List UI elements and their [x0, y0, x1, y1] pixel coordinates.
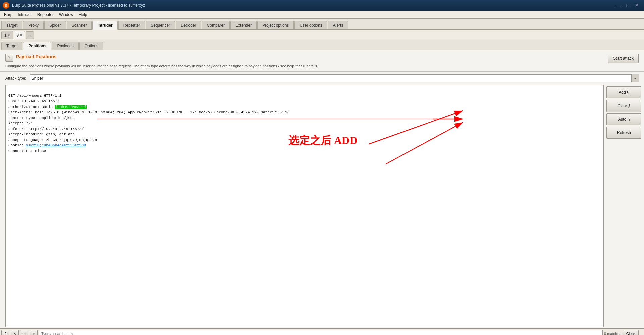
- search-bar: ? < + > 0 matches Clear: [0, 328, 644, 335]
- request-line-9: Accept-Language: zh-CN,zh;q=0.9,en;q=0.8: [8, 138, 97, 142]
- tab-project-options[interactable]: Project options: [257, 21, 294, 29]
- tab-decoder[interactable]: Decoder: [176, 21, 201, 29]
- search-help-button[interactable]: ?: [1, 330, 9, 335]
- search-prev-button[interactable]: <: [11, 330, 19, 335]
- inner-tab-options[interactable]: Options: [79, 42, 103, 50]
- attack-type-select-wrapper: Sniper Battering ram Pitchfork Cluster b…: [30, 74, 639, 82]
- menu-burp[interactable]: Burp: [1, 12, 15, 18]
- minimize-button[interactable]: —: [614, 2, 623, 9]
- start-attack-container: Start attack: [608, 54, 639, 63]
- attack-type-label: Attack type:: [5, 76, 26, 81]
- panel-help-button[interactable]: ?: [5, 54, 13, 62]
- menu-bar: Burp Intruder Repeater Window Help: [0, 11, 644, 19]
- main-tab-bar: Target Proxy Spider Scanner Intruder Rep…: [0, 19, 644, 30]
- request-line-5: content-type: application/json: [8, 116, 75, 120]
- payload-marker: §eHh4Onh4eA==§: [55, 105, 87, 109]
- tab-intruder[interactable]: Intruder: [92, 21, 117, 30]
- attack-type-select[interactable]: Sniper Battering ram Pitchfork Cluster b…: [30, 74, 639, 82]
- panel-description: Configure the positions where payloads w…: [5, 64, 318, 69]
- request-line-3: authorization: Basic §eHh4Onh4eA==§: [8, 105, 87, 109]
- tab-alerts[interactable]: Alerts: [328, 21, 348, 29]
- intruder-sub-tab-bar: 1 × 3 × ...: [0, 30, 644, 40]
- right-buttons-panel: Add § Clear § Auto § Refresh: [604, 85, 644, 327]
- search-add-button[interactable]: +: [20, 330, 28, 335]
- menu-intruder[interactable]: Intruder: [15, 12, 34, 18]
- request-text-panel: GET /api/whoami HTTP/1.1 Host: 10.249.2.…: [5, 85, 604, 327]
- inner-tab-bar: Target Positions Payloads Options: [0, 40, 644, 50]
- menu-window[interactable]: Window: [56, 12, 76, 18]
- tab-spider[interactable]: Spider: [44, 21, 66, 29]
- panel-title: Payload Positions: [16, 54, 57, 59]
- request-line-8: Accept-Encoding: gzip, deflate: [8, 132, 75, 136]
- tab-extender[interactable]: Extender: [230, 21, 257, 29]
- tab-comparer[interactable]: Comparer: [202, 21, 230, 29]
- tab-sequencer[interactable]: Sequencer: [146, 21, 175, 29]
- menu-help[interactable]: Help: [76, 12, 90, 18]
- add-payload-button[interactable]: Add §: [606, 86, 641, 98]
- panel-header: ? Payload Positions Configure the positi…: [0, 50, 644, 72]
- main-split: GET /api/whoami HTTP/1.1 Host: 10.249.2.…: [0, 85, 644, 327]
- sub-tab-1[interactable]: 1 ×: [1, 31, 13, 39]
- content-area: ? Payload Positions Configure the positi…: [0, 50, 644, 335]
- request-text[interactable]: GET /api/whoami HTTP/1.1 Host: 10.249.2.…: [6, 85, 603, 327]
- request-line-7: Referer: http://10.249.2.45:15672/: [8, 127, 84, 131]
- tab-proxy[interactable]: Proxy: [23, 21, 44, 29]
- title-bar: B Burp Suite Professional v1.7.37 - Temp…: [0, 0, 644, 11]
- request-text-wrapper[interactable]: GET /api/whoami HTTP/1.1 Host: 10.249.2.…: [6, 85, 603, 327]
- close-button[interactable]: ✕: [633, 2, 641, 9]
- title-bar-title: Burp Suite Professional v1.7.37 - Tempor…: [12, 3, 145, 8]
- inner-tab-target[interactable]: Target: [1, 42, 22, 50]
- search-matches: 0 matches: [604, 332, 621, 335]
- request-line-4: User-Agent: Mozilla/5.0 (Windows NT 10.0…: [8, 110, 289, 114]
- sub-tab-3-close[interactable]: ×: [20, 33, 22, 37]
- panel-header-left: ? Payload Positions Configure the positi…: [5, 54, 318, 69]
- search-next-button[interactable]: >: [30, 330, 38, 335]
- tab-repeater[interactable]: Repeater: [118, 21, 145, 29]
- tab-scanner[interactable]: Scanner: [67, 21, 92, 29]
- search-input[interactable]: [39, 330, 603, 335]
- cookie-value: m=2258;eHh4Onh4eA%253D%253D: [26, 143, 86, 147]
- title-bar-left: B Burp Suite Professional v1.7.37 - Temp…: [3, 2, 145, 9]
- attack-type-row: Attack type: Sniper Battering ram Pitchf…: [0, 72, 644, 85]
- request-line-10: Cookie: m=2258;eHh4Onh4eA%253D%253D: [8, 143, 86, 147]
- sub-tab-3[interactable]: 3 ×: [14, 31, 25, 39]
- request-line-11: Connection: close: [8, 149, 46, 153]
- sub-tab-1-label: 1: [4, 33, 7, 38]
- inner-tab-positions[interactable]: Positions: [23, 42, 51, 50]
- sub-tab-1-close[interactable]: ×: [8, 33, 10, 37]
- inner-tab-payloads[interactable]: Payloads: [52, 42, 78, 50]
- tab-user-options[interactable]: User options: [294, 21, 327, 29]
- window-controls: — □ ✕: [614, 2, 641, 9]
- maximize-button[interactable]: □: [623, 2, 632, 9]
- sub-tab-3-label: 3: [17, 33, 19, 38]
- refresh-button[interactable]: Refresh: [606, 127, 641, 139]
- menu-repeater[interactable]: Repeater: [35, 12, 56, 18]
- request-line-2: Host: 10.249.2.45:15672: [8, 99, 59, 103]
- request-line-1: GET /api/whoami HTTP/1.1: [8, 94, 61, 98]
- start-attack-button[interactable]: Start attack: [608, 54, 639, 63]
- request-line-6: Accept: */*: [8, 121, 33, 125]
- tab-target[interactable]: Target: [1, 21, 22, 29]
- auto-payload-button[interactable]: Auto §: [606, 113, 641, 125]
- sub-tab-more[interactable]: ...: [26, 31, 34, 39]
- app-icon: B: [3, 2, 9, 9]
- search-clear-button[interactable]: Clear: [623, 330, 639, 335]
- clear-payload-button[interactable]: Clear §: [606, 100, 641, 112]
